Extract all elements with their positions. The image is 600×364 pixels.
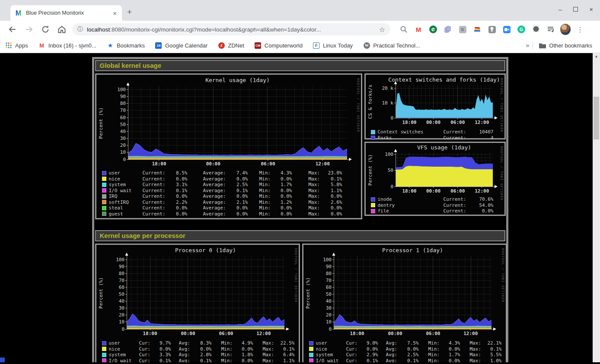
tab-title: Blue Precision Monitorix bbox=[26, 10, 112, 16]
legend-stat-label: Current: bbox=[143, 170, 168, 176]
books-stack-icon[interactable] bbox=[472, 24, 482, 35]
profile-avatar[interactable] bbox=[560, 24, 571, 35]
legend-stat-value: 5.8% bbox=[322, 182, 342, 187]
legend-row: inodeCurrent:70.6% bbox=[371, 196, 494, 203]
playlist-icon[interactable] bbox=[546, 24, 556, 35]
scrollbar-up-arrow[interactable]: ▲ bbox=[593, 53, 600, 60]
puzzle-extensions-icon[interactable] bbox=[531, 24, 541, 35]
legend-series-name: dentry bbox=[378, 203, 444, 208]
legend-row: fileCurrent:0.0% bbox=[371, 208, 494, 214]
legend-stat-value: 2.9% bbox=[361, 352, 378, 358]
bookmark-apps[interactable]: Apps bbox=[5, 42, 28, 49]
legend-stat-value: 1.0% bbox=[485, 358, 502, 362]
kernel-usage-chart[interactable]: 010203040506070809010018:0000:0006:0012:… bbox=[96, 75, 361, 218]
url-text[interactable]: localhost:8080/monitorix-cgi/monitorix.c… bbox=[87, 26, 377, 33]
legend-stat-label: Min: bbox=[221, 340, 236, 346]
context-switches-chart[interactable]: 010 k20 k18:0000:0006:0012:00Context swi… bbox=[366, 75, 504, 138]
window-minimize-button[interactable]: – bbox=[559, 6, 562, 13]
legend-stat-value: 54.0% bbox=[469, 203, 494, 208]
legend-row: I/O waitCur:0.1%Avg:0.1%Min:0.0%Max:1.1% bbox=[102, 358, 295, 363]
gmail-icon[interactable]: M bbox=[413, 24, 424, 35]
legend-row: guestCurrent:0.0%Average:0.0%Min:0.0%Max… bbox=[102, 211, 342, 217]
svg-text:00:00: 00:00 bbox=[426, 188, 440, 194]
processor1-chart[interactable]: 010203040506070809010018:0000:0006:0012:… bbox=[303, 245, 506, 362]
bookmark-bookmarks[interactable]: ★ Bookmarks bbox=[107, 42, 145, 49]
legend-series-name: IRQ bbox=[109, 193, 143, 199]
legend-stat-value: 2.1% bbox=[228, 199, 248, 205]
browser-tab[interactable]: M Blue Precision Monitorix × bbox=[10, 5, 122, 21]
lamp-icon[interactable] bbox=[487, 24, 497, 35]
legend-stat-label: Max: bbox=[470, 340, 485, 346]
legend-stat-value: 0.0% bbox=[322, 205, 342, 211]
window-maximize-button[interactable] bbox=[573, 7, 578, 12]
legend-stat-label: Cur: bbox=[346, 352, 361, 358]
legend-stat-value: 0.1% bbox=[485, 346, 502, 352]
url-path: :8080/monitorix-cgi/monitorix.cgi?mode=l… bbox=[110, 26, 321, 33]
legend-swatch bbox=[102, 200, 106, 204]
legend-stat-label: Cur: bbox=[139, 358, 154, 362]
svg-text:30: 30 bbox=[120, 136, 125, 141]
forward-icon[interactable] bbox=[24, 25, 34, 34]
legend-swatch bbox=[371, 136, 375, 140]
legend-stat-label: Max: bbox=[309, 205, 322, 211]
home-icon[interactable] bbox=[57, 25, 67, 34]
other-bookmarks[interactable]: Other bookmarks bbox=[539, 42, 592, 49]
legend-stat-label: Max: bbox=[470, 358, 485, 362]
legend-stat-label: Current: bbox=[444, 196, 469, 202]
legend-stat-value: 0.0% bbox=[168, 193, 188, 199]
bookmark-google-calendar[interactable]: 28 Google Calendar bbox=[155, 42, 207, 49]
legend-stat-label: Cur: bbox=[346, 346, 361, 352]
kernel-usage-graph-box: 010203040506070809010018:0000:0006:0012:… bbox=[95, 73, 362, 219]
legend-stat-value: 0.1% bbox=[278, 346, 295, 352]
vfs-usage-chart[interactable]: 05010018:0000:0006:0012:00VFS usage (1da… bbox=[366, 143, 504, 215]
legend-stat-label: Max: bbox=[309, 188, 322, 193]
bookmark-linux-today[interactable]: lt Linux Today bbox=[313, 42, 353, 49]
legend-stat-label: Min: bbox=[259, 170, 272, 176]
reload-icon[interactable] bbox=[41, 25, 50, 34]
hangouts-icon[interactable]: ✆ bbox=[428, 24, 438, 35]
vertical-scrollbar[interactable]: ▲ bbox=[593, 53, 600, 362]
zoom-camera-icon[interactable] bbox=[501, 24, 512, 35]
bookmark-label: Bookmarks bbox=[117, 42, 145, 49]
legend-swatch bbox=[371, 203, 375, 207]
bookmark-inbox[interactable]: M Inbox (16) - sjvn0... bbox=[38, 42, 96, 49]
legend-stat-label: Max: bbox=[263, 346, 278, 352]
legend-stat-value: 0.0% bbox=[272, 176, 292, 182]
address-bar[interactable]: ⓘ localhost:8080/monitorix-cgi/monitorix… bbox=[72, 23, 390, 35]
new-tab-button[interactable]: + bbox=[127, 7, 132, 17]
site-info-icon[interactable]: ⓘ bbox=[77, 25, 83, 33]
legend-stat-label: Max: bbox=[263, 358, 278, 362]
processor0-chart[interactable]: 010203040506070809010018:0000:0006:0012:… bbox=[96, 245, 299, 362]
bookmark-label: Computerworld bbox=[265, 42, 303, 49]
legend-stat-label: Current: bbox=[143, 199, 168, 205]
copy-pages-icon[interactable] bbox=[443, 24, 453, 35]
legend-stat-value: 0.1% bbox=[228, 188, 248, 193]
bookmark-star-icon[interactable]: ☆ bbox=[379, 25, 385, 34]
extension-r-icon[interactable]: R bbox=[457, 24, 468, 35]
bookmark-zdnet[interactable]: z ZDNet bbox=[218, 42, 244, 49]
legend-row: ForksCurrent:4 bbox=[371, 135, 494, 141]
svg-text:90: 90 bbox=[118, 264, 124, 269]
bookmarks-overflow-icon[interactable]: » bbox=[526, 42, 530, 49]
legend-stat-value: 0.0% bbox=[228, 211, 248, 217]
scrollbar-thumb[interactable] bbox=[594, 97, 599, 139]
browser-menu-icon[interactable]: ⋮ bbox=[575, 24, 585, 35]
legend-swatch bbox=[102, 194, 106, 199]
legend-row: IRQCurrent:0.0%Average:0.0%Min:0.0%Max:0… bbox=[102, 193, 342, 199]
bookmark-practical-technology[interactable]: W Practical Technol... bbox=[363, 42, 420, 49]
legend-row: niceCur:0.0%Avg:0.0%Min:0.0%Max:0.1% bbox=[309, 346, 502, 352]
window-close-button[interactable]: × bbox=[589, 6, 593, 13]
tab-close-icon[interactable]: × bbox=[112, 9, 118, 17]
svg-text:06:00: 06:00 bbox=[426, 331, 440, 336]
legend-stat-label: Avg: bbox=[386, 346, 401, 352]
legend-stat-label: Current: bbox=[444, 203, 469, 208]
folder-icon bbox=[539, 42, 546, 49]
bookmark-computerworld[interactable]: CW Computerworld bbox=[255, 42, 303, 49]
back-icon[interactable] bbox=[8, 25, 17, 34]
legend-series-name: I/O wait bbox=[109, 188, 143, 193]
grammarly-icon[interactable]: G bbox=[516, 24, 527, 35]
legend-row: softIRQCurrent:2.2%Average:2.1%Min:1.2%M… bbox=[102, 199, 342, 206]
svg-text:20: 20 bbox=[118, 312, 124, 318]
legend-stat-value: 0.1% bbox=[154, 358, 171, 362]
search-icon[interactable] bbox=[399, 24, 409, 35]
